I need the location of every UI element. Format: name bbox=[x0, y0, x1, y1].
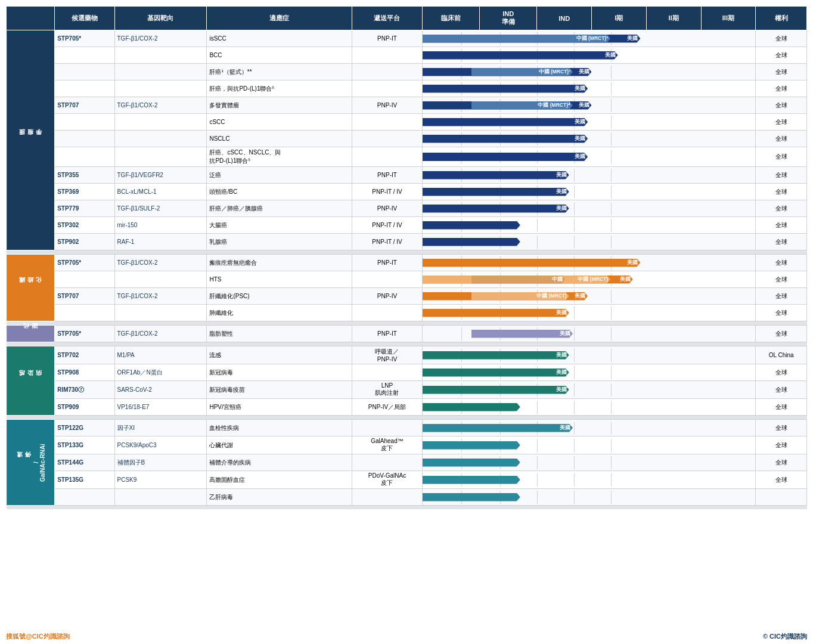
drug-name: STP144G bbox=[55, 454, 114, 471]
table-row: BCC美國全球 bbox=[7, 47, 807, 64]
section-label: 代 謝 bbox=[7, 326, 55, 342]
pipeline-table: 候選藥物 基因靶向 適應症 遞送平台 臨床前 IND 準備 IND I期 II期… bbox=[6, 6, 807, 509]
header-indication: 適應症 bbox=[207, 7, 352, 30]
drug-name bbox=[55, 114, 114, 131]
indication: BCC bbox=[207, 47, 352, 64]
platform: PNP-IV／局部 bbox=[352, 399, 422, 416]
pipeline-bars: 美國中國 (MRCT) bbox=[423, 288, 756, 305]
rights: 全球 bbox=[756, 234, 807, 250]
drug-name bbox=[55, 80, 114, 97]
pipeline-bars: 美國 bbox=[423, 420, 756, 436]
rights: 全球 bbox=[756, 305, 807, 321]
indication: 肝癌／肺癌／胰腺癌 bbox=[207, 200, 352, 217]
pipeline-bars: 美國 bbox=[423, 364, 756, 381]
rights: 全球 bbox=[756, 436, 807, 454]
indication: isSCC bbox=[207, 30, 352, 47]
table-row: cSCC美國全球 bbox=[7, 114, 807, 131]
gene-target: ORF1Ab／N蛋白 bbox=[114, 364, 207, 381]
indication: cSCC bbox=[207, 114, 352, 131]
drug-name: STP133G bbox=[55, 436, 114, 454]
header-phase2: II期 bbox=[646, 7, 701, 30]
rights: 全球 bbox=[756, 97, 807, 114]
platform bbox=[352, 47, 422, 64]
page: 候選藥物 基因靶向 適應症 遞送平台 臨床前 IND 準備 IND I期 II期… bbox=[0, 0, 813, 644]
pipeline-bars: 美國 bbox=[423, 326, 756, 342]
drug-name: STP902 bbox=[55, 234, 114, 250]
pipeline-bars: 美國 bbox=[423, 80, 756, 97]
pipeline-bars bbox=[423, 489, 756, 506]
section-label: 感 染 病 bbox=[7, 346, 55, 416]
rights: OL China bbox=[756, 346, 807, 364]
table-row: 乙肝病毒 bbox=[7, 489, 807, 506]
table-row: STP355TGF-β1/VEGFR2泛癌PNP-IT美國全球 bbox=[7, 167, 807, 184]
drug-name: STP705* bbox=[55, 326, 114, 342]
pipeline-bars: 美國 bbox=[423, 167, 756, 184]
platform: PNP-IT / IV bbox=[352, 184, 422, 200]
gene-target: PCSK9 bbox=[114, 471, 207, 489]
gene-target: RAF-1 bbox=[114, 234, 207, 250]
table-row: HTS美國中國 (MRCT)中國全球 bbox=[7, 271, 807, 288]
table-row: STP302mir-150大腸癌PNP-IT / IV全球 bbox=[7, 217, 807, 234]
drug-name bbox=[55, 47, 114, 64]
rights: 全球 bbox=[756, 271, 807, 288]
rights: 全球 bbox=[756, 47, 807, 64]
gene-target: TGF-β1/SULF-2 bbox=[114, 200, 207, 217]
rights: 全球 bbox=[756, 381, 807, 399]
indication: 肺纖維化 bbox=[207, 305, 352, 321]
indication: 多發實體瘤 bbox=[207, 97, 352, 114]
drug-name: STP135G bbox=[55, 471, 114, 489]
table-row: 肝癌、cSCC、NSCLC、與 抗PD-(L)1聯合⁵美國全球 bbox=[7, 147, 807, 167]
rights: 全球 bbox=[756, 184, 807, 200]
table-row: STP135GPCSK9高膽固醇血症PDoV-GalNAc 皮下全球 bbox=[7, 471, 807, 489]
table-row: NSCLC美國全球 bbox=[7, 131, 807, 147]
indication: 乳腺癌 bbox=[207, 234, 352, 250]
pipeline-bars bbox=[423, 399, 756, 416]
table-row: STP707TGF-β1/COX-2肝纖維化(PSC)PNP-IV美國中國 (M… bbox=[7, 288, 807, 305]
rights: 全球 bbox=[756, 167, 807, 184]
platform bbox=[352, 420, 422, 436]
table-row: RIM730ⓡSARS-CoV-2新冠病毒疫苗LNP 肌肉注射美國全球 bbox=[7, 381, 807, 399]
platform: PNP-IT / IV bbox=[352, 234, 422, 250]
rights: 全球 bbox=[756, 326, 807, 342]
pipeline-bars: 美國中國 (MRCT)² bbox=[423, 30, 756, 47]
platform: PNP-IT / IV bbox=[352, 217, 422, 234]
header-rights: 權利 bbox=[756, 7, 807, 30]
table-row: STP707TGF-β1/COX-2多發實體瘤PNP-IV美國中國 (MRCT)… bbox=[7, 97, 807, 114]
pipeline-bars: 美國中國 (MRCT)³ bbox=[423, 64, 756, 80]
header-gene: 基因靶向 bbox=[114, 7, 207, 30]
platform bbox=[352, 271, 422, 288]
gene-target: M1/PA bbox=[114, 346, 207, 364]
gene-target bbox=[114, 271, 207, 288]
table-row: STP902RAF-1乳腺癌PNP-IT / IV全球 bbox=[7, 234, 807, 250]
platform: PNP-IT bbox=[352, 326, 422, 342]
indication: HPV/宮頸癌 bbox=[207, 399, 352, 416]
pipeline-bars: 美國 bbox=[423, 131, 756, 147]
indication: 新冠病毒 bbox=[207, 364, 352, 381]
header-ind-prep: IND 準備 bbox=[480, 7, 537, 30]
gene-target: SARS-CoV-2 bbox=[114, 381, 207, 399]
platform bbox=[352, 454, 422, 471]
pipeline-bars: 美國 bbox=[423, 147, 756, 167]
rights: 全球 bbox=[756, 64, 807, 80]
gene-target: mir-150 bbox=[114, 217, 207, 234]
platform bbox=[352, 114, 422, 131]
indication: 瘢痕疙瘩無疤癒合 bbox=[207, 255, 352, 271]
pipeline-bars: 美國 bbox=[423, 114, 756, 131]
rights bbox=[756, 489, 807, 506]
drug-name bbox=[55, 147, 114, 167]
platform: PDoV-GalNAc 皮下 bbox=[352, 471, 422, 489]
rights: 全球 bbox=[756, 364, 807, 381]
platform bbox=[352, 305, 422, 321]
drug-name bbox=[55, 489, 114, 506]
gene-target: PCSK9/ApoC3 bbox=[114, 436, 207, 454]
pipeline-bars bbox=[423, 234, 756, 250]
drug-name: STP705* bbox=[55, 30, 114, 47]
drug-name: STP707 bbox=[55, 288, 114, 305]
gene-target: TGF-β1/COX-2 bbox=[114, 288, 207, 305]
indication: 肝癌，與抗PD-(L)1聯合⁵ bbox=[207, 80, 352, 97]
header-spacer bbox=[7, 7, 55, 30]
gene-target bbox=[114, 114, 207, 131]
platform: LNP 肌肉注射 bbox=[352, 381, 422, 399]
rights: 全球 bbox=[756, 217, 807, 234]
pipeline-bars: 美國 bbox=[423, 184, 756, 200]
